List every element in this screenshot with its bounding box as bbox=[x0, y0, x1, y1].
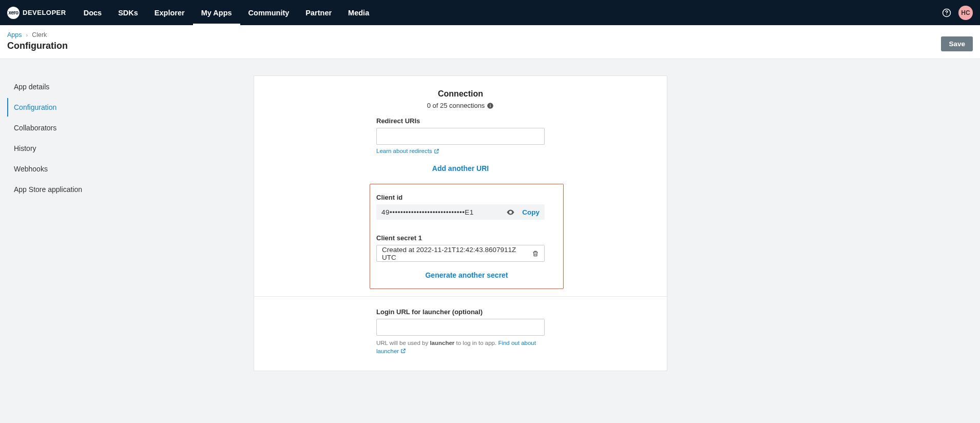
login-url-input[interactable] bbox=[376, 319, 545, 336]
svg-point-4 bbox=[490, 104, 491, 104]
header-left: Apps › Clerk Configuration bbox=[7, 31, 68, 51]
page-title: Configuration bbox=[7, 41, 68, 51]
avatar[interactable]: HC bbox=[958, 6, 973, 20]
breadcrumb: Apps › Clerk bbox=[7, 31, 68, 39]
login-block: Login URL for launcher (optional) URL wi… bbox=[376, 308, 545, 355]
svg-point-5 bbox=[510, 212, 511, 213]
copy-client-id-button[interactable]: Copy bbox=[522, 208, 540, 216]
eye-icon[interactable] bbox=[506, 208, 515, 217]
breadcrumb-root[interactable]: Apps bbox=[7, 31, 22, 39]
brand-logo[interactable]: xero DEVELOPER bbox=[7, 7, 66, 19]
client-id-actions: Copy bbox=[506, 208, 540, 217]
breadcrumb-current: Clerk bbox=[32, 31, 47, 39]
connection-count-text: 0 of 25 connections bbox=[427, 102, 485, 109]
external-link-icon bbox=[400, 348, 406, 354]
body: App detailsConfigurationCollaboratorsHis… bbox=[0, 59, 980, 392]
sidenav-item-configuration[interactable]: Configuration bbox=[7, 98, 254, 117]
login-section: Login URL for launcher (optional) URL wi… bbox=[254, 297, 667, 371]
nav-item-partner[interactable]: Partner bbox=[297, 0, 340, 25]
save-button[interactable]: Save bbox=[941, 36, 973, 51]
client-secret-value: Created at 2022-11-21T12:42:43.8607911Z … bbox=[382, 246, 532, 261]
external-link-icon bbox=[434, 148, 439, 154]
chevron-right-icon: › bbox=[26, 32, 28, 38]
redirect-uris-label: Redirect URIs bbox=[376, 117, 545, 125]
help-icon[interactable] bbox=[942, 8, 951, 17]
sidenav-item-webhooks[interactable]: Webhooks bbox=[7, 160, 254, 178]
sidenav-item-collaborators[interactable]: Collaborators bbox=[7, 119, 254, 137]
credentials-highlight: Client id 49••••••••••••••••••••••••••••… bbox=[370, 184, 564, 289]
client-id-value: 49••••••••••••••••••••••••••••E1 bbox=[381, 208, 506, 216]
nav-item-explorer[interactable]: Explorer bbox=[146, 0, 193, 25]
top-nav-right: HC bbox=[942, 6, 973, 20]
learn-redirects-text: Learn about redirects bbox=[376, 148, 432, 154]
learn-redirects-link[interactable]: Learn about redirects bbox=[376, 148, 439, 154]
redirect-uri-input[interactable] bbox=[376, 128, 545, 145]
sidenav-item-history[interactable]: History bbox=[7, 139, 254, 158]
sidenav-item-app-store-application[interactable]: App Store application bbox=[7, 180, 254, 199]
login-url-label: Login URL for launcher (optional) bbox=[376, 308, 545, 316]
brand-text: DEVELOPER bbox=[23, 9, 66, 16]
connection-title: Connection bbox=[254, 89, 667, 99]
side-nav: App detailsConfigurationCollaboratorsHis… bbox=[7, 75, 254, 201]
nav-item-my-apps[interactable]: My Apps bbox=[193, 0, 240, 25]
logo-circle: xero bbox=[7, 7, 20, 19]
client-secret-field: Created at 2022-11-21T12:42:43.8607911Z … bbox=[376, 245, 545, 262]
nav-item-docs[interactable]: Docs bbox=[75, 0, 110, 25]
login-hint: URL will be used by launcher to log in t… bbox=[376, 339, 545, 355]
client-id-label: Client id bbox=[376, 194, 557, 201]
redirect-block: Redirect URIs Learn about redirects bbox=[376, 117, 545, 155]
login-hint-suffix: to log in to app. bbox=[454, 340, 498, 346]
add-another-uri-link[interactable]: Add another URI bbox=[254, 164, 667, 172]
client-secret-label: Client secret 1 bbox=[376, 234, 557, 242]
nav-items: DocsSDKsExplorerMy AppsCommunityPartnerM… bbox=[75, 0, 378, 25]
nav-item-sdks[interactable]: SDKs bbox=[110, 0, 146, 25]
main-card: Connection 0 of 25 connections Redirect … bbox=[254, 75, 667, 371]
sidenav-item-app-details[interactable]: App details bbox=[7, 78, 254, 96]
connection-header: Connection 0 of 25 connections bbox=[254, 89, 667, 110]
trash-icon[interactable] bbox=[532, 250, 539, 257]
top-nav: xero DEVELOPER DocsSDKsExplorerMy AppsCo… bbox=[0, 0, 980, 25]
svg-rect-3 bbox=[490, 105, 491, 107]
sub-header: Apps › Clerk Configuration Save bbox=[0, 25, 980, 59]
top-nav-left: xero DEVELOPER DocsSDKsExplorerMy AppsCo… bbox=[7, 0, 377, 25]
login-hint-strong: launcher bbox=[430, 340, 454, 346]
nav-item-media[interactable]: Media bbox=[340, 0, 377, 25]
svg-point-1 bbox=[946, 14, 947, 15]
connection-count: 0 of 25 connections bbox=[427, 102, 494, 109]
nav-item-community[interactable]: Community bbox=[240, 0, 298, 25]
login-hint-prefix: URL will be used by bbox=[376, 340, 430, 346]
client-id-field: 49••••••••••••••••••••••••••••E1 Copy bbox=[376, 204, 545, 220]
generate-secret-link[interactable]: Generate another secret bbox=[376, 271, 557, 279]
info-icon[interactable] bbox=[487, 102, 494, 109]
